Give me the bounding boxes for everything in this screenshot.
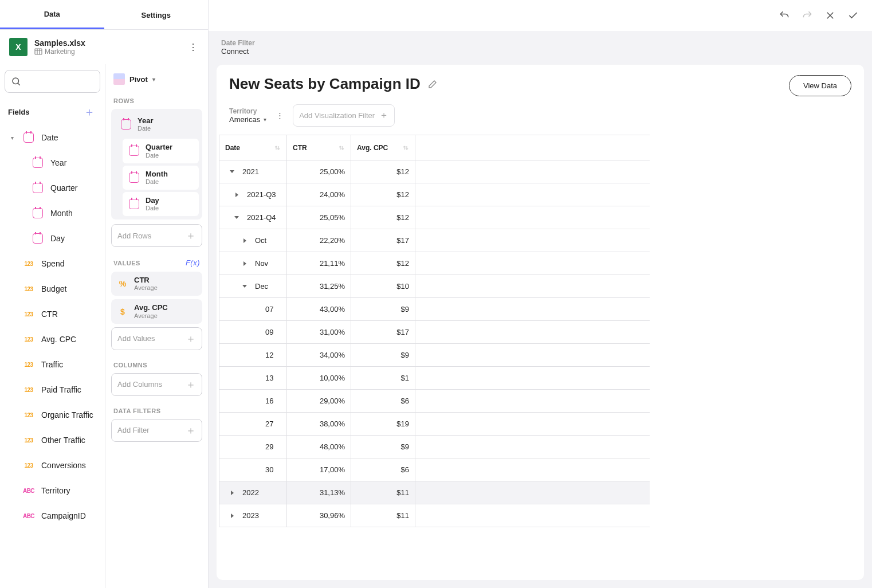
field-spend[interactable]: ·123Spend (5, 251, 100, 276)
add-filter-button[interactable]: Add Filter＋ (111, 419, 202, 442)
field-list: ▾DateYearQuarterMonthDay·123Spend·123Bud… (5, 125, 100, 582)
collapse-icon[interactable] (225, 170, 239, 173)
confirm-button[interactable] (847, 9, 859, 22)
columns-heading: COLUMNS (113, 362, 147, 369)
datasource-menu-button[interactable]: ⋮ (187, 41, 199, 53)
viz-type-selector[interactable]: Pivot ▾ (111, 70, 202, 93)
territory-label: Territory (229, 107, 266, 115)
row-chip-month[interactable]: MonthDate (123, 166, 199, 190)
values-heading: VALUES (113, 260, 140, 266)
expand-icon[interactable] (238, 238, 252, 243)
svg-rect-0 (35, 49, 42, 54)
add-values-button[interactable]: Add Values＋ (111, 327, 202, 350)
table-row[interactable]: 2021 25,00% $12 (219, 160, 650, 183)
datasource-row: Samples.xlsx Marketing ⋮ (0, 30, 208, 64)
row-chip-quarter[interactable]: QuarterDate (123, 139, 199, 163)
table-row[interactable]: 2021-Q3 24,00% $12 (219, 183, 650, 206)
pivot-icon (113, 73, 125, 85)
excel-icon (9, 38, 28, 56)
view-data-button[interactable]: View Data (789, 75, 851, 96)
table-row[interactable]: 2022 31,13% $11 (219, 481, 650, 504)
table-row[interactable]: 27 38,00% $19 (219, 413, 650, 436)
field-campaignid[interactable]: ·ABCCampaignID (5, 503, 100, 528)
field-other traffic[interactable]: ·123Other Traffic (5, 428, 100, 453)
rows-group: YearDate QuarterDate MonthDate DayDate (111, 109, 202, 219)
tab-data[interactable]: Data (0, 0, 104, 29)
table-row[interactable]: 30 17,00% $6 (219, 458, 650, 481)
value-chip-ctr[interactable]: %CTRAverage (111, 272, 202, 296)
sheet-name: Marketing (34, 48, 180, 56)
table-row[interactable]: Oct 22,20% $17 (219, 229, 650, 252)
add-columns-button[interactable]: Add Columns＋ (111, 373, 202, 396)
search-input[interactable] (5, 70, 100, 93)
fx-button[interactable]: F(x) (186, 258, 200, 267)
edit-title-button[interactable] (427, 79, 438, 89)
collapse-icon[interactable] (238, 285, 252, 288)
svg-point-1 (13, 78, 19, 84)
redo-button[interactable] (801, 9, 814, 22)
file-name: Samples.xlsx (34, 38, 180, 48)
pivot-table: Date CTR Avg. CPC 2021 25,00% $12 2021-Q… (219, 135, 650, 527)
top-actions (209, 0, 872, 31)
expand-icon[interactable] (225, 513, 239, 518)
field-paid traffic[interactable]: ·123Paid Traffic (5, 377, 100, 402)
tab-settings[interactable]: Settings (104, 0, 209, 29)
expand-icon[interactable] (225, 491, 239, 495)
add-field-button[interactable]: ＋ (82, 104, 97, 119)
tabs: Data Settings (0, 0, 208, 30)
table-row[interactable]: 07 43,00% $9 (219, 298, 650, 321)
search-icon (11, 76, 21, 87)
expand-icon[interactable] (238, 261, 252, 266)
field-budget[interactable]: ·123Budget (5, 276, 100, 301)
field-day[interactable]: Day (5, 226, 100, 251)
col-ctr[interactable]: CTR (287, 135, 351, 160)
col-date[interactable]: Date (219, 135, 287, 160)
field-quarter[interactable]: Quarter (5, 175, 100, 201)
field-ctr[interactable]: ·123CTR (5, 301, 100, 327)
table-row[interactable]: 2023 30,96% $11 (219, 504, 650, 527)
date-filter-label: Date Filter (221, 39, 859, 47)
values-group: %CTRAverage$Avg. CPCAverage (111, 272, 202, 324)
row-chip-day[interactable]: DayDate (123, 192, 199, 216)
close-button[interactable] (824, 9, 836, 22)
value-chip-avg. cpc[interactable]: $Avg. CPCAverage (111, 299, 202, 323)
viz-filters-menu[interactable]: ⋮ (274, 111, 285, 120)
table-row[interactable]: 13 10,00% $1 (219, 367, 650, 390)
table-row[interactable]: 12 34,00% $9 (219, 344, 650, 367)
field-month[interactable]: Month (5, 201, 100, 226)
field-traffic[interactable]: ·123Traffic (5, 352, 100, 377)
col-cpc[interactable]: Avg. CPC (351, 135, 415, 160)
add-viz-filter-button[interactable]: Add Visualization Filter＋ (293, 104, 395, 127)
field-date[interactable]: ▾Date (5, 125, 100, 150)
field-year[interactable]: Year (5, 150, 100, 175)
data-filters-heading: DATA FILTERS (113, 407, 161, 414)
undo-button[interactable] (778, 9, 791, 22)
field-avg. cpc[interactable]: ·123Avg. CPC (5, 327, 100, 352)
viz-title: New Seats by Campaign ID (229, 75, 421, 93)
territory-selector[interactable]: Americas▾ (229, 115, 266, 124)
table-row[interactable]: 29 48,00% $9 (219, 436, 650, 458)
field-organic traffic[interactable]: ·123Organic Traffic (5, 402, 100, 428)
field-conversions[interactable]: ·123Conversions (5, 453, 100, 478)
collapse-icon[interactable] (230, 216, 243, 219)
date-filter-value[interactable]: Connect (221, 47, 859, 56)
add-rows-button[interactable]: Add Rows＋ (111, 224, 202, 247)
rows-heading: ROWS (113, 97, 134, 104)
table-row[interactable]: 2021-Q4 25,05% $12 (219, 206, 650, 229)
table-row[interactable]: 16 29,00% $6 (219, 390, 650, 413)
row-chip-year[interactable]: YearDate (115, 112, 199, 136)
table-row[interactable]: 09 31,00% $17 (219, 321, 650, 344)
table-header-row: Date CTR Avg. CPC (219, 135, 650, 160)
table-row[interactable]: Nov 21,11% $12 (219, 252, 650, 275)
expand-icon[interactable] (230, 193, 243, 197)
field-territory[interactable]: ·ABCTerritory (5, 478, 100, 503)
fields-label: Fields (8, 108, 30, 116)
table-row[interactable]: Dec 31,25% $10 (219, 275, 650, 298)
